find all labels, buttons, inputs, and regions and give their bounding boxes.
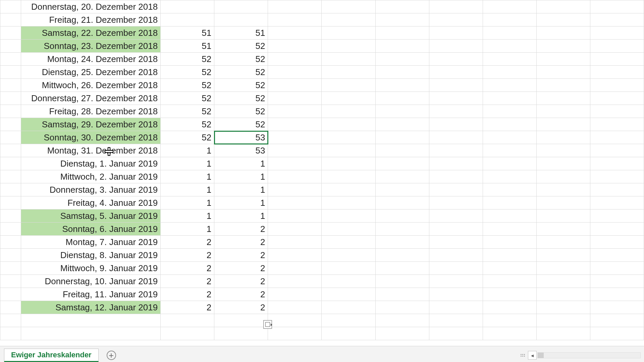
empty-cell[interactable] bbox=[268, 13, 322, 26]
empty-cell[interactable] bbox=[375, 209, 429, 223]
empty-cell[interactable] bbox=[268, 288, 322, 301]
empty-cell[interactable] bbox=[429, 0, 483, 13]
row-header[interactable] bbox=[0, 262, 21, 275]
empty-cell[interactable] bbox=[429, 66, 483, 79]
date-cell[interactable]: Donnerstag, 3. Januar 2019 bbox=[21, 183, 161, 196]
date-cell[interactable]: Samstag, 12. Januar 2019 bbox=[21, 301, 161, 314]
empty-cell[interactable] bbox=[268, 0, 322, 13]
empty-cell[interactable] bbox=[429, 314, 483, 327]
row-header[interactable] bbox=[0, 92, 21, 105]
row-header[interactable] bbox=[0, 170, 21, 183]
empty-cell[interactable] bbox=[322, 53, 375, 66]
empty-cell[interactable] bbox=[429, 13, 483, 26]
empty-cell[interactable] bbox=[429, 183, 483, 196]
empty-cell[interactable] bbox=[590, 223, 644, 236]
empty-cell[interactable] bbox=[483, 223, 536, 236]
empty-cell[interactable] bbox=[322, 236, 375, 249]
autofill-options-button[interactable] bbox=[263, 320, 272, 329]
empty-cell[interactable] bbox=[536, 13, 590, 26]
row-header[interactable] bbox=[0, 288, 21, 301]
empty-cell[interactable] bbox=[483, 131, 536, 144]
empty-cell[interactable] bbox=[322, 13, 375, 26]
value-cell-c2[interactable]: 53 bbox=[214, 144, 268, 157]
empty-cell[interactable] bbox=[590, 144, 644, 157]
empty-cell[interactable] bbox=[375, 131, 429, 144]
empty-cell[interactable] bbox=[483, 13, 536, 26]
date-cell[interactable]: Donnerstag, 20. Dezember 2018 bbox=[21, 0, 161, 13]
value-cell-c1[interactable]: 52 bbox=[161, 118, 214, 131]
empty-cell[interactable] bbox=[590, 236, 644, 249]
date-cell[interactable]: Samstag, 5. Januar 2019 bbox=[21, 209, 161, 223]
empty-cell[interactable] bbox=[375, 196, 429, 209]
value-cell-c2[interactable]: 1 bbox=[214, 209, 268, 223]
empty-cell[interactable] bbox=[483, 249, 536, 262]
empty-cell[interactable] bbox=[536, 249, 590, 262]
empty-cell[interactable] bbox=[429, 209, 483, 223]
value-cell-c2[interactable] bbox=[214, 0, 268, 13]
date-cell[interactable] bbox=[21, 314, 161, 327]
empty-cell[interactable] bbox=[483, 314, 536, 327]
empty-cell[interactable] bbox=[429, 301, 483, 314]
value-cell-c2[interactable]: 51 bbox=[214, 26, 268, 40]
value-cell-c2[interactable]: 52 bbox=[214, 118, 268, 131]
value-cell-c1[interactable]: 51 bbox=[161, 26, 214, 40]
empty-cell[interactable] bbox=[322, 223, 375, 236]
value-cell-c1[interactable]: 52 bbox=[161, 66, 214, 79]
empty-cell[interactable] bbox=[590, 105, 644, 118]
empty-cell[interactable] bbox=[268, 157, 322, 170]
empty-cell[interactable] bbox=[536, 157, 590, 170]
row-header[interactable] bbox=[0, 183, 21, 196]
value-cell-c2[interactable]: 2 bbox=[214, 236, 268, 249]
date-cell[interactable]: Dienstag, 25. Dezember 2018 bbox=[21, 66, 161, 79]
empty-cell[interactable] bbox=[429, 53, 483, 66]
empty-cell[interactable] bbox=[375, 223, 429, 236]
empty-cell[interactable] bbox=[268, 118, 322, 131]
empty-cell[interactable] bbox=[429, 327, 483, 340]
tab-scroll-grip-icon[interactable] bbox=[521, 351, 525, 360]
row-header[interactable] bbox=[0, 196, 21, 209]
empty-cell[interactable] bbox=[375, 301, 429, 314]
empty-cell[interactable] bbox=[322, 301, 375, 314]
empty-cell[interactable] bbox=[483, 105, 536, 118]
date-cell[interactable]: Freitag, 11. Januar 2019 bbox=[21, 288, 161, 301]
date-cell[interactable]: Mittwoch, 26. Dezember 2018 bbox=[21, 79, 161, 92]
empty-cell[interactable] bbox=[268, 209, 322, 223]
row-header[interactable] bbox=[0, 105, 21, 118]
empty-cell[interactable] bbox=[429, 223, 483, 236]
row-header[interactable] bbox=[0, 314, 21, 327]
empty-cell[interactable] bbox=[322, 183, 375, 196]
empty-cell[interactable] bbox=[375, 262, 429, 275]
empty-cell[interactable] bbox=[536, 327, 590, 340]
spreadsheet-grid[interactable]: Donnerstag, 20. Dezember 2018Freitag, 21… bbox=[0, 0, 644, 340]
date-cell[interactable]: Sonntag, 6. Januar 2019 bbox=[21, 223, 161, 236]
empty-cell[interactable] bbox=[322, 66, 375, 79]
date-cell[interactable]: Sonntag, 23. Dezember 2018 bbox=[21, 40, 161, 53]
empty-cell[interactable] bbox=[590, 40, 644, 53]
scroll-left-button[interactable]: ◂ bbox=[528, 351, 537, 360]
date-cell[interactable]: Freitag, 4. Januar 2019 bbox=[21, 196, 161, 209]
empty-cell[interactable] bbox=[483, 79, 536, 92]
empty-cell[interactable] bbox=[429, 105, 483, 118]
empty-cell[interactable] bbox=[429, 131, 483, 144]
empty-cell[interactable] bbox=[590, 13, 644, 26]
empty-cell[interactable] bbox=[536, 26, 590, 40]
date-cell[interactable] bbox=[21, 327, 161, 340]
empty-cell[interactable] bbox=[536, 301, 590, 314]
empty-cell[interactable] bbox=[375, 0, 429, 13]
value-cell-c1[interactable] bbox=[161, 0, 214, 13]
date-cell[interactable]: Donnerstag, 10. Januar 2019 bbox=[21, 275, 161, 288]
value-cell-c2[interactable]: 52 bbox=[214, 79, 268, 92]
empty-cell[interactable] bbox=[536, 92, 590, 105]
date-cell[interactable]: Montag, 31. Dezember 2018 bbox=[21, 144, 161, 157]
value-cell-c1[interactable]: 1 bbox=[161, 209, 214, 223]
empty-cell[interactable] bbox=[375, 53, 429, 66]
value-cell-c1[interactable] bbox=[161, 327, 214, 340]
value-cell-c1[interactable]: 51 bbox=[161, 40, 214, 53]
value-cell-c1[interactable] bbox=[161, 314, 214, 327]
empty-cell[interactable] bbox=[429, 262, 483, 275]
empty-cell[interactable] bbox=[375, 170, 429, 183]
row-header[interactable] bbox=[0, 13, 21, 26]
value-cell-c1[interactable]: 1 bbox=[161, 196, 214, 209]
empty-cell[interactable] bbox=[536, 262, 590, 275]
empty-cell[interactable] bbox=[375, 144, 429, 157]
